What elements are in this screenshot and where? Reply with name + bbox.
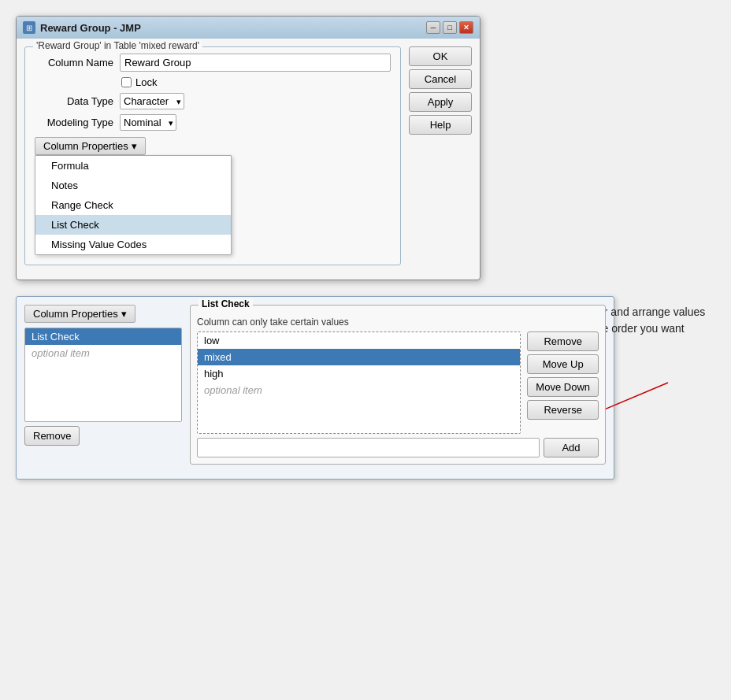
annotation-container: Enter and arrange values in the order yo…: [16, 296, 715, 480]
values-list-box[interactable]: low mixed high optional item: [197, 331, 521, 434]
column-name-input[interactable]: [120, 54, 391, 72]
add-value-input[interactable]: [197, 438, 540, 457]
left-list-item-placeholder[interactable]: optional item: [25, 345, 181, 361]
maximize-icon: □: [447, 24, 451, 31]
title-bar-left: ⊞ Reward Group - JMP: [23, 21, 141, 34]
column-properties-dropdown: Formula Notes Range Check List Check Mis: [35, 155, 232, 255]
left-list-item-list-check[interactable]: List Check: [25, 328, 181, 345]
add-button[interactable]: Add: [544, 438, 599, 457]
dropdown-range-check[interactable]: Range Check: [35, 195, 231, 215]
remove-value-button[interactable]: Remove: [527, 331, 599, 351]
window-title: Reward Group - JMP: [40, 22, 141, 34]
left-list-box[interactable]: List Check optional item: [24, 328, 182, 422]
bottom-window: Column Properties ▾ List Check optional …: [16, 296, 614, 480]
dropdown-notes[interactable]: Notes: [35, 176, 231, 195]
apply-button[interactable]: Apply: [409, 92, 472, 112]
column-name-label: Column Name: [35, 57, 113, 69]
left-panel-remove-container: Remove: [24, 426, 182, 446]
minimize-icon: ─: [431, 24, 436, 31]
right-panel: List Check Column can only take certain …: [190, 305, 606, 465]
window-controls: ─ □ ✕: [426, 21, 473, 34]
sidebar-buttons: OK Cancel Apply Help: [409, 46, 472, 272]
dropdown-list-check[interactable]: List Check: [35, 215, 231, 235]
list-check-group-label: List Check: [199, 298, 253, 309]
bottom-window-top: Column Properties ▾ List Check optional …: [24, 305, 606, 465]
left-remove-button[interactable]: Remove: [24, 426, 80, 446]
cancel-button[interactable]: Cancel: [409, 69, 472, 89]
column-name-row: Column Name: [35, 54, 391, 72]
value-item-optional[interactable]: optional item: [198, 382, 520, 398]
bottom-col-props-button[interactable]: Column Properties ▾: [24, 305, 135, 323]
title-bar: ⊞ Reward Group - JMP ─ □ ✕: [17, 17, 480, 39]
left-panel: Column Properties ▾ List Check optional …: [24, 305, 182, 465]
column-properties-arrow-icon: ▾: [132, 140, 137, 152]
move-up-button[interactable]: Move Up: [527, 354, 599, 374]
lock-checkbox[interactable]: [121, 77, 132, 87]
reverse-button[interactable]: Reverse: [527, 400, 599, 420]
value-item-high[interactable]: high: [198, 365, 520, 382]
move-down-button[interactable]: Move Down: [527, 377, 599, 397]
modeling-type-label: Modeling Type: [35, 117, 113, 128]
data-type-wrapper: Character: [120, 93, 184, 109]
data-type-label: Data Type: [35, 95, 113, 107]
maximize-button[interactable]: □: [443, 21, 457, 34]
column-properties-label: Column Properties: [43, 140, 128, 152]
dropdown-formula[interactable]: Formula: [35, 156, 231, 176]
close-icon: ✕: [463, 24, 469, 31]
add-row: Add: [197, 438, 599, 457]
lock-label: Lock: [135, 76, 157, 88]
reward-group-window: ⊞ Reward Group - JMP ─ □ ✕ 'Reward Group…: [16, 16, 481, 280]
list-check-description: Column can only take certain values: [197, 317, 599, 328]
list-check-body: low mixed high optional item: [197, 331, 599, 434]
main-area: 'Reward Group' in Table 'mixed reward' C…: [24, 46, 401, 272]
column-group-box: 'Reward Group' in Table 'mixed reward' C…: [24, 46, 401, 265]
value-item-mixed[interactable]: mixed: [198, 349, 520, 365]
modeling-type-wrapper: Nominal: [120, 114, 176, 131]
minimize-button[interactable]: ─: [426, 21, 440, 34]
data-type-row: Data Type Character: [35, 93, 391, 109]
bottom-col-props-label: Column Properties: [33, 308, 118, 320]
lock-row: Lock: [121, 76, 391, 88]
col-props-container: Column Properties ▾ Formula Notes Range …: [35, 137, 391, 255]
help-button[interactable]: Help: [409, 115, 472, 135]
app-icon: ⊞: [23, 21, 35, 34]
group-box-label: 'Reward Group' in Table 'mixed reward': [33, 40, 202, 51]
dropdown-missing-value-codes[interactable]: Missing Value Codes: [35, 235, 231, 254]
column-properties-button[interactable]: Column Properties ▾: [35, 137, 146, 155]
window-body: 'Reward Group' in Table 'mixed reward' C…: [17, 39, 480, 280]
values-buttons: Remove Move Up Move Down Reverse: [527, 331, 599, 434]
modeling-type-select[interactable]: Nominal: [120, 114, 176, 131]
value-item-low[interactable]: low: [198, 332, 520, 349]
modeling-type-row: Modeling Type Nominal: [35, 114, 391, 131]
close-button[interactable]: ✕: [459, 21, 473, 34]
data-type-select[interactable]: Character: [120, 93, 184, 109]
ok-button[interactable]: OK: [409, 46, 472, 66]
list-check-group: List Check Column can only take certain …: [190, 305, 606, 465]
bottom-col-props-arrow-icon: ▾: [121, 308, 127, 320]
